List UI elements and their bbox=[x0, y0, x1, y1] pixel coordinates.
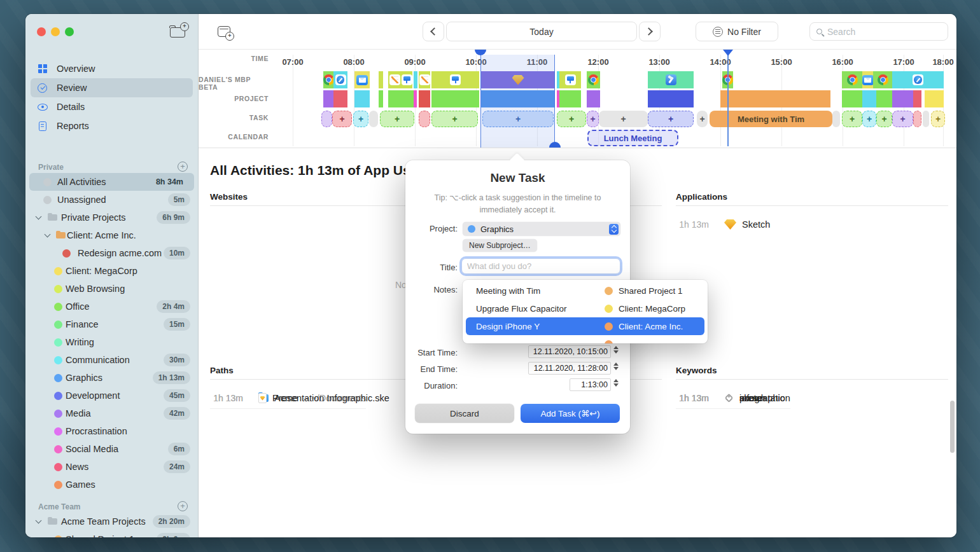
task-suggestion-block[interactable]: + bbox=[842, 111, 862, 127]
grid-icon bbox=[38, 64, 47, 73]
task-suggestion-block[interactable]: + bbox=[599, 111, 648, 127]
plus-icon: + bbox=[339, 114, 344, 124]
today-button[interactable]: Today bbox=[446, 22, 637, 41]
project-color-dot bbox=[54, 374, 62, 382]
close-button[interactable] bbox=[37, 27, 46, 36]
add-task-button[interactable]: Add Task (⌘↩) bbox=[521, 404, 620, 423]
start-time-stepper[interactable] bbox=[613, 346, 619, 354]
suggestion-row[interactable] bbox=[466, 335, 704, 343]
duration-field[interactable]: 1:13:00 bbox=[570, 378, 611, 391]
sidebar-item-details[interactable]: Details bbox=[31, 97, 193, 116]
task-suggestion-block[interactable]: + bbox=[380, 111, 414, 127]
project-block bbox=[892, 90, 913, 107]
list-item[interactable]: 1h 13mPresentation Infographic.ske bbox=[210, 387, 389, 409]
chrome-icon bbox=[588, 74, 599, 85]
project-label: Graphics bbox=[66, 373, 102, 383]
project-row[interactable]: Client: MegaCorp bbox=[25, 262, 198, 280]
task-suggestion-block[interactable] bbox=[832, 111, 840, 127]
duration-stepper[interactable] bbox=[613, 379, 619, 387]
task-suggestion-block[interactable]: + bbox=[557, 111, 586, 127]
new-subproject-button[interactable]: New Subproject… bbox=[463, 239, 537, 252]
project-row[interactable]: Social Media6m bbox=[25, 440, 198, 458]
task-suggestion-block[interactable] bbox=[419, 111, 430, 127]
suggestion-project: Client: MegaCorp bbox=[619, 304, 685, 314]
task-suggestion-block[interactable] bbox=[369, 111, 378, 127]
sidebar: OverviewReviewDetailsReports Private+All… bbox=[25, 14, 199, 537]
list-item[interactable]: 1h 13mSketch bbox=[676, 214, 770, 235]
task-suggestion-block[interactable]: + bbox=[648, 111, 694, 127]
add-project-button[interactable]: + bbox=[178, 162, 188, 172]
task-title-input[interactable] bbox=[461, 258, 620, 274]
timeline: TIMEDANIEL'S MBP BETAPROJECTTASKCALENDAR… bbox=[199, 50, 956, 148]
task-suggestion-block[interactable]: + bbox=[862, 111, 876, 127]
list-item[interactable]: 1h 13macme bbox=[676, 387, 762, 409]
plus-icon: + bbox=[569, 114, 574, 124]
sidebar-item-reports[interactable]: Reports bbox=[31, 116, 193, 135]
tag-icon bbox=[725, 394, 733, 403]
project-label: Office bbox=[66, 301, 90, 312]
task-suggestion-block[interactable]: + bbox=[697, 111, 708, 127]
task-suggestion-block[interactable]: + bbox=[332, 111, 352, 127]
add-project-button[interactable]: + bbox=[178, 501, 188, 511]
project-row[interactable]: Redesign acme.com10m bbox=[25, 244, 198, 262]
discard-button[interactable]: Discard bbox=[415, 404, 514, 423]
end-time-stepper[interactable] bbox=[613, 362, 619, 370]
minimize-button[interactable] bbox=[51, 27, 60, 36]
project-row[interactable]: News24m bbox=[25, 458, 198, 476]
task-suggestion-block[interactable]: + bbox=[431, 111, 478, 127]
project-row[interactable]: Finance15m bbox=[25, 315, 198, 333]
hour-label: 17:00 bbox=[893, 57, 914, 67]
task-suggestion-block[interactable]: + bbox=[353, 111, 368, 127]
suggestion-row[interactable]: Upgrade Flux CapacitorClient: MegaCorp bbox=[466, 300, 704, 317]
report-icon bbox=[39, 121, 46, 131]
pages-icon bbox=[389, 74, 400, 85]
keyword: acme bbox=[739, 393, 762, 403]
project-row[interactable]: Procrastination bbox=[25, 422, 198, 440]
sidebar-item-overview[interactable]: Overview bbox=[31, 59, 193, 78]
task-suggestion-block[interactable]: + bbox=[876, 111, 892, 127]
selection-bottom-handle[interactable] bbox=[549, 142, 561, 148]
next-day-button[interactable] bbox=[639, 22, 661, 41]
project-row[interactable]: Development45m bbox=[25, 387, 198, 404]
project-row[interactable]: Private Projects6h 9m bbox=[25, 209, 198, 226]
project-row[interactable]: Games bbox=[25, 476, 198, 493]
start-time-field[interactable]: 12.11.2020, 10:15:00 bbox=[528, 345, 611, 358]
item-name: Sketch bbox=[724, 219, 770, 230]
previous-day-button[interactable] bbox=[423, 22, 444, 41]
project-label: Redesign acme.com bbox=[78, 248, 162, 258]
task-suggestion-block[interactable]: + bbox=[587, 111, 599, 127]
project-row[interactable]: All Activities8h 34m bbox=[25, 173, 198, 191]
project-row[interactable]: Office2h 4m bbox=[25, 298, 198, 315]
search-field[interactable]: Search bbox=[809, 22, 948, 41]
calendar-event[interactable]: Lunch Meeting bbox=[587, 130, 678, 146]
plus-icon: + bbox=[590, 114, 595, 124]
project-block bbox=[379, 90, 383, 107]
project-row[interactable]: Unassigned5m bbox=[25, 191, 198, 209]
project-row[interactable]: Communication30m bbox=[25, 351, 198, 369]
suggestion-row[interactable]: Design iPhone YClient: Acme Inc. bbox=[466, 317, 704, 335]
new-project-folder-icon[interactable] bbox=[170, 27, 185, 38]
task-suggestion-block[interactable] bbox=[923, 111, 929, 127]
project-row[interactable]: Client: Acme Inc. bbox=[25, 226, 198, 244]
scrollbar-thumb[interactable] bbox=[950, 401, 955, 453]
suggestion-row[interactable]: Meeting with TimShared Project 1 bbox=[466, 282, 704, 300]
task-suggestion-block[interactable]: + bbox=[931, 111, 945, 127]
project-block bbox=[431, 90, 479, 107]
end-time-field[interactable]: 12.11.2020, 11:28:00 bbox=[528, 362, 611, 375]
project-row[interactable]: Web Browsing bbox=[25, 280, 198, 298]
project-select[interactable]: Graphics bbox=[463, 222, 620, 236]
project-row[interactable]: Media42m bbox=[25, 404, 198, 422]
task-suggestion-block[interactable] bbox=[913, 111, 921, 127]
project-row[interactable]: Graphics1h 13m bbox=[25, 369, 198, 387]
project-row[interactable]: Writing bbox=[25, 333, 198, 351]
new-task-calendar-icon[interactable] bbox=[218, 26, 230, 37]
task-suggestion-block[interactable] bbox=[321, 111, 332, 127]
filter-button[interactable]: No Filter bbox=[696, 22, 778, 41]
sidebar-item-review[interactable]: Review bbox=[31, 78, 193, 97]
timeline-selection[interactable] bbox=[480, 55, 555, 148]
project-row[interactable]: Shared Project 12h 0m bbox=[25, 530, 198, 537]
zoom-button[interactable] bbox=[65, 27, 74, 36]
project-row[interactable]: Acme Team Projects2h 20m bbox=[25, 513, 198, 530]
task-suggestion-block[interactable]: + bbox=[892, 111, 913, 127]
project-label: Web Browsing bbox=[66, 284, 125, 294]
